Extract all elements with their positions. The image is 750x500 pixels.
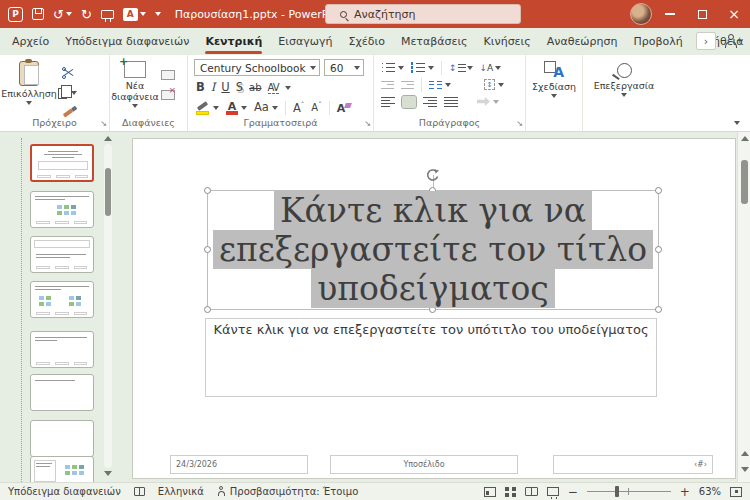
line-spacing-button[interactable]: ↕: [449, 63, 473, 73]
style-button[interactable]: A: [123, 8, 146, 21]
font-color-button[interactable]: A: [226, 102, 247, 115]
save-icon[interactable]: [32, 8, 44, 20]
smartart-button[interactable]: [477, 97, 499, 106]
increase-indent-button[interactable]: [401, 80, 414, 90]
delete-slide-button[interactable]: [160, 87, 176, 103]
customize-qat-icon[interactable]: [155, 12, 161, 16]
maximize-button[interactable]: [686, 0, 718, 28]
dialog-launcher-icon[interactable]: ↘: [100, 119, 107, 128]
redo-button[interactable]: ↻: [81, 8, 92, 21]
align-text-button[interactable]: ↕: [484, 79, 504, 90]
slide-thumbnail-2[interactable]: [30, 191, 94, 228]
dialog-launcher-icon[interactable]: ↘: [364, 119, 371, 128]
italic-button[interactable]: I: [211, 82, 216, 94]
normal-view-icon[interactable]: [484, 487, 496, 497]
user-avatar[interactable]: [630, 3, 652, 25]
tab-file[interactable]: Αρχείο: [4, 28, 57, 55]
minimize-button[interactable]: [654, 0, 686, 28]
slide-thumbnail-4[interactable]: [30, 281, 94, 318]
slide-thumbnail-8[interactable]: [30, 456, 94, 482]
status-view-name[interactable]: Υπόδειγμα διαφανειών: [8, 486, 121, 497]
undo-button[interactable]: ↺: [53, 8, 72, 21]
underline-button[interactable]: U: [221, 82, 229, 94]
date-placeholder[interactable]: 24/3/2026: [170, 455, 308, 474]
tab-view[interactable]: Προβολή: [625, 28, 690, 55]
scroll-up-icon[interactable]: [741, 136, 749, 141]
text-shadow-button[interactable]: S: [236, 82, 243, 94]
tab-animations[interactable]: Κινήσεις: [476, 28, 539, 55]
align-left-button[interactable]: [381, 96, 395, 108]
status-language[interactable]: Ελληνικά: [158, 486, 204, 497]
tab-insert[interactable]: Εισαγωγή: [270, 28, 340, 55]
slide-number-text: ‹#›: [694, 460, 707, 469]
zoom-level[interactable]: 63%: [699, 486, 721, 497]
editing-button[interactable]: Επεξεργασία: [583, 59, 665, 99]
footer-placeholder[interactable]: Υποσέλιδο: [330, 455, 518, 474]
slide-layout-button[interactable]: [160, 67, 176, 83]
slide-number-placeholder[interactable]: ‹#›: [553, 455, 713, 474]
theme-book-icon[interactable]: [134, 487, 145, 496]
tab-review[interactable]: Αναθεώρηση: [539, 28, 626, 55]
font-name-select[interactable]: Century Schoolbook: [194, 59, 320, 76]
dialog-launcher-icon[interactable]: ↘: [516, 119, 523, 128]
columns-button[interactable]: [429, 80, 451, 90]
slide-thumbnail-5[interactable]: [30, 331, 94, 368]
cut-button[interactable]: [58, 65, 77, 81]
drawing-button[interactable]: A Σχεδίαση: [526, 59, 582, 100]
zoom-slider-knob[interactable]: [615, 486, 619, 497]
start-slideshow-icon[interactable]: [101, 10, 114, 19]
rotate-handle-icon[interactable]: [425, 167, 441, 183]
tab-home[interactable]: Κεντρική: [197, 28, 270, 55]
scroll-down-icon[interactable]: [104, 471, 112, 476]
slide-sorter-view-icon[interactable]: [505, 487, 516, 497]
powerpoint-logo-icon[interactable]: P: [8, 7, 23, 22]
search-input[interactable]: Αναζήτηση: [325, 4, 521, 24]
title-text[interactable]: Κάντε κλικ για να επεξεργαστείτε τον τίτ…: [184, 191, 682, 308]
more-tabs-button[interactable]: ›: [696, 32, 716, 50]
close-button[interactable]: ×: [718, 0, 750, 28]
font-size-select[interactable]: 60: [324, 59, 364, 76]
slide-thumbnail-1-selected[interactable]: [30, 144, 94, 182]
decrease-indent-button[interactable]: [381, 80, 394, 90]
scrollbar-thumb[interactable]: [741, 160, 748, 204]
slide-thumbnail-7[interactable]: [30, 420, 94, 457]
align-center-button[interactable]: [402, 96, 416, 108]
copy-button[interactable]: [58, 85, 77, 101]
tab-slide-master[interactable]: Υπόδειγμα διαφανειών: [57, 28, 197, 55]
thumbnail-scrollbar[interactable]: [103, 134, 113, 480]
next-slide-icon[interactable]: [741, 467, 749, 472]
zoom-slider[interactable]: [587, 486, 671, 497]
previous-slide-icon[interactable]: [741, 451, 749, 456]
tab-transitions[interactable]: Μεταβάσεις: [393, 28, 476, 55]
zoom-in-button[interactable]: +: [680, 486, 690, 498]
zoom-out-button[interactable]: −: [568, 486, 578, 498]
main-scrollbar[interactable]: [737, 132, 750, 482]
subtitle-placeholder[interactable]: Κάντε κλικ για να επεξεργαστείτε τον υπό…: [205, 318, 657, 397]
accessibility-status[interactable]: Προσβασιμότητα: Έτοιμο: [217, 486, 358, 497]
shrink-font-button[interactable]: A˅: [311, 102, 321, 113]
slideshow-view-icon[interactable]: [547, 487, 559, 496]
text-direction-button[interactable]: ↓A: [480, 63, 502, 73]
justify-button[interactable]: [444, 96, 458, 108]
bullets-button[interactable]: [381, 62, 404, 73]
strikethrough-button[interactable]: ab: [249, 83, 261, 93]
scrollbar-thumb[interactable]: [105, 168, 111, 216]
fit-to-window-icon[interactable]: [730, 487, 742, 497]
title-placeholder[interactable]: Κάντε κλικ για να επεξεργαστείτε τον τίτ…: [207, 190, 659, 310]
numbering-button[interactable]: [411, 62, 434, 73]
share-person-icon[interactable]: +: [724, 33, 742, 49]
bold-button[interactable]: B: [196, 82, 205, 94]
character-spacing-button[interactable]: AV: [268, 83, 279, 94]
change-case-button[interactable]: Aa: [254, 102, 278, 114]
scroll-up-icon[interactable]: [104, 136, 112, 141]
slide-thumbnail-6[interactable]: [30, 374, 94, 411]
highlight-color-button[interactable]: [196, 102, 219, 115]
tab-design[interactable]: Σχέδιο: [340, 28, 392, 55]
reading-view-icon[interactable]: [525, 487, 538, 496]
clear-formatting-button[interactable]: A: [337, 102, 346, 115]
grow-font-button[interactable]: A˄: [293, 102, 304, 114]
slide-canvas[interactable]: Κάντε κλικ για να επεξεργαστείτε τον τίτ…: [133, 139, 735, 478]
align-right-button[interactable]: [423, 96, 437, 108]
slide-thumbnail-3[interactable]: [30, 236, 94, 273]
collapse-ribbon-icon[interactable]: [734, 121, 740, 125]
